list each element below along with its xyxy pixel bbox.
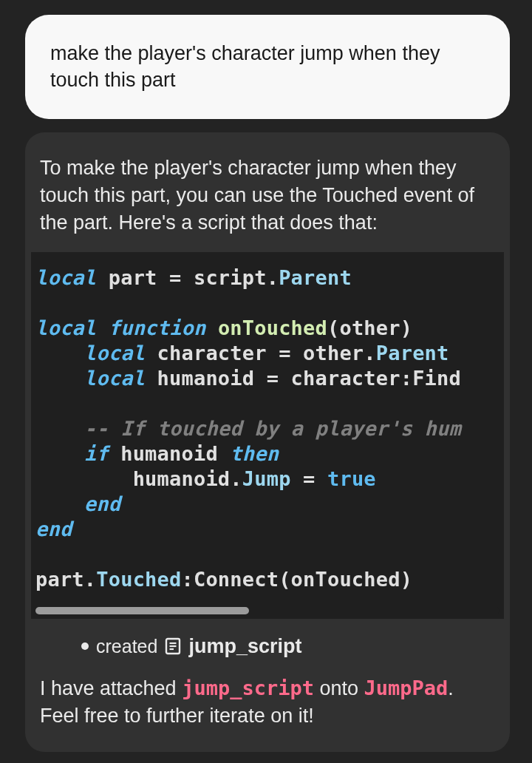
code-token: true [327, 467, 376, 490]
code-token: then [230, 442, 279, 465]
followup-script-name: jump_script [182, 676, 314, 699]
script-icon [165, 637, 181, 655]
code-indent [35, 367, 84, 390]
horizontal-scrollbar[interactable] [35, 607, 499, 614]
code-token: script. [181, 266, 279, 289]
created-label: created [96, 636, 157, 657]
code-token: local [84, 367, 145, 390]
code-indent [35, 492, 84, 515]
followup-segment: onto [314, 677, 364, 699]
code-token: onTouched [218, 316, 327, 339]
code-content: local part = script.Parent local functio… [35, 265, 499, 592]
code-token: other. [291, 342, 376, 364]
code-token: character:Find [279, 367, 461, 390]
code-token: end [84, 492, 120, 515]
assistant-followup-text: I have attached jump_script onto JumpPad… [31, 674, 504, 730]
code-token: function [109, 316, 206, 339]
code-token: part. [35, 568, 96, 591]
code-token: Parent [376, 342, 449, 364]
followup-part-name: JumpPad [364, 676, 449, 699]
code-token: Parent [279, 266, 352, 289]
code-comment: -- If touched by a player's hum [84, 417, 461, 440]
code-token: Jump [242, 467, 291, 490]
code-token: Touched [96, 568, 181, 591]
bullet-icon [81, 642, 89, 650]
code-token: character [145, 342, 279, 364]
code-token: :Connect(onTouched) [181, 568, 412, 591]
code-token [205, 316, 217, 339]
code-indent [35, 342, 84, 364]
code-token: = [267, 367, 279, 390]
code-token: end [35, 518, 72, 540]
code-indent [35, 442, 84, 465]
code-token: local [35, 316, 96, 339]
code-token: (other) [327, 316, 412, 339]
code-token: = [169, 266, 181, 289]
assistant-message-bubble: To make the player's character jump when… [25, 132, 510, 752]
user-message-text: make the player's character jump when th… [50, 42, 440, 91]
code-indent [35, 417, 84, 440]
code-token: part [96, 266, 169, 289]
user-message-bubble: make the player's character jump when th… [25, 15, 510, 119]
code-token: = [303, 467, 315, 490]
code-token: = [279, 342, 290, 364]
horizontal-scrollbar-thumb[interactable] [35, 607, 249, 614]
assistant-intro-text: To make the player's character jump when… [31, 152, 504, 252]
code-token [316, 467, 327, 490]
code-indent [35, 467, 133, 490]
code-token: humanoid. [133, 467, 242, 490]
code-block[interactable]: local part = script.Parent local functio… [31, 252, 504, 619]
code-token: if [84, 442, 109, 465]
created-script-row: created jump_script [31, 619, 504, 674]
code-token [96, 316, 108, 339]
code-token: humanoid [145, 367, 267, 390]
code-token: humanoid [109, 442, 231, 465]
code-token [291, 467, 303, 490]
code-token: local [35, 266, 96, 289]
code-token: local [84, 342, 145, 364]
created-script-name[interactable]: jump_script [188, 635, 301, 658]
followup-segment: I have attached [40, 677, 182, 699]
